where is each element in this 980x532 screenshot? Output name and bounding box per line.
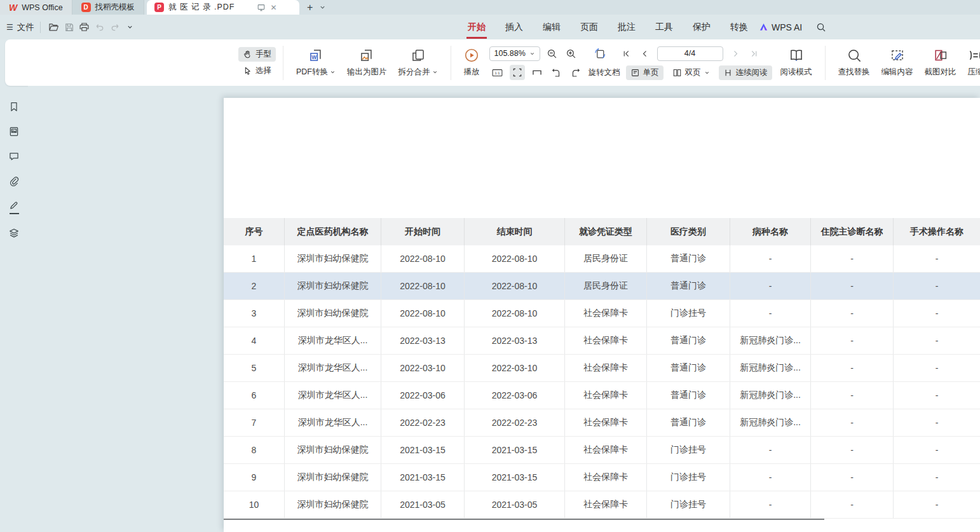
select-tool-label: 选择 — [255, 65, 271, 76]
actual-size-icon[interactable]: 1:1 — [489, 65, 505, 80]
thumbnails-icon[interactable] — [8, 126, 20, 137]
layers-icon[interactable] — [8, 228, 20, 239]
search-icon[interactable] — [816, 22, 826, 32]
tab-list-chevron-icon[interactable] — [319, 4, 326, 11]
last-page-icon[interactable] — [748, 48, 760, 60]
previous-page-icon[interactable] — [639, 48, 651, 60]
menu-item[interactable]: 批注 — [618, 22, 636, 33]
table-cell: 社会保障卡 — [565, 300, 647, 327]
select-tool-button[interactable]: 选择 — [238, 64, 276, 78]
edit-content-button[interactable]: 编辑内容 — [876, 46, 919, 79]
table-cell: 新冠肺炎门诊... — [730, 327, 811, 354]
menu-item[interactable]: 页面 — [580, 22, 598, 33]
wps-logo-icon: W — [9, 3, 17, 13]
close-tab-icon[interactable]: ✕ — [270, 3, 276, 12]
monitor-icon[interactable] — [257, 3, 266, 12]
fit-width-icon[interactable] — [529, 65, 545, 80]
table-cell: 3 — [224, 300, 285, 327]
zoom-out-icon[interactable] — [545, 46, 559, 61]
next-page-icon[interactable] — [730, 48, 742, 60]
find-replace-button[interactable]: 查找替换 — [833, 46, 876, 79]
table-cell: 普通门诊 — [647, 327, 730, 354]
menu-item[interactable]: 插入 — [505, 22, 523, 33]
print-button[interactable] — [77, 20, 92, 35]
table-header-cell: 手术操作名称 — [894, 218, 980, 245]
menu-item[interactable]: 工具 — [655, 22, 673, 33]
table-cell: 深圳市妇幼保健院 — [285, 300, 381, 327]
menu-item[interactable]: 保护 — [693, 22, 711, 33]
table-cell: 居民身份证 — [565, 273, 647, 299]
continuous-read-button[interactable]: 连续阅读 — [719, 65, 772, 80]
rotate-document-icon[interactable] — [592, 45, 608, 62]
rotate-document-button[interactable]: 旋转文档 — [587, 65, 622, 80]
file-menu-button[interactable]: 文件 — [17, 22, 34, 33]
tab-wps-office[interactable]: W WPS Office — [0, 0, 72, 15]
table-header-cell: 住院主诊断名称 — [811, 218, 894, 245]
edit-content-label: 编辑内容 — [881, 67, 913, 78]
menu-item[interactable]: 开始 — [468, 22, 486, 33]
tab-docer-templates[interactable]: D 找稻壳模板 — [72, 0, 145, 15]
table-cell: - — [811, 355, 894, 381]
compress-button[interactable]: 压缩 — [962, 46, 980, 79]
rotate-left-icon[interactable] — [549, 65, 564, 80]
menu-item[interactable]: 转换 — [730, 22, 748, 33]
table-cell: - — [730, 437, 811, 463]
split-merge-label: 拆分合并 — [398, 67, 430, 78]
table-cell: 2022-08-10 — [465, 273, 565, 299]
tab-wps-office-label: WPS Office — [22, 3, 62, 12]
table-cell: 社会保障卡 — [565, 464, 647, 491]
page-number-input[interactable]: 4/4 — [657, 46, 723, 61]
table-cell: - — [894, 382, 980, 409]
rotate-right-icon[interactable] — [568, 65, 583, 80]
menu-item[interactable]: 编辑 — [543, 22, 561, 33]
double-page-button[interactable]: 双页 — [668, 65, 714, 80]
new-tab-button[interactable]: + — [307, 0, 313, 15]
zoom-level-select[interactable]: 105.88% — [489, 46, 540, 61]
export-image-button[interactable]: 输出为图片 — [341, 46, 393, 79]
table-cell: 9 — [224, 464, 285, 491]
attachments-icon[interactable] — [8, 175, 20, 187]
first-page-icon[interactable] — [620, 48, 632, 60]
rotate-document-label: 旋转文档 — [589, 67, 620, 78]
pdf-page[interactable]: 序号定点医药机构名称开始时间结束时间就诊凭证类型医疗类别病种名称住院主诊断名称手… — [224, 98, 980, 532]
page-indicator: 4/4 — [684, 49, 695, 58]
table-cell: 2 — [224, 273, 285, 299]
table-cell: - — [894, 355, 980, 381]
table-cell: 2022-03-10 — [465, 355, 565, 381]
comments-icon[interactable] — [8, 151, 20, 162]
zoom-level-value: 105.88% — [494, 49, 526, 58]
wps-ai-button[interactable]: WPS AI — [759, 22, 802, 32]
redo-button[interactable] — [107, 20, 123, 35]
bookmarks-icon[interactable] — [8, 101, 20, 113]
single-page-button[interactable]: 单页 — [626, 65, 664, 80]
table-header-cell: 结束时间 — [465, 218, 565, 245]
hand-tool-button[interactable]: 手型 — [238, 47, 276, 62]
table-cell: 社会保障卡 — [565, 355, 647, 381]
table-cell: 深圳市妇幼保健院 — [285, 245, 381, 272]
more-commands-chevron-icon[interactable] — [123, 20, 138, 35]
table-header-cell: 序号 — [224, 218, 285, 245]
table-cell: 2021-03-15 — [465, 437, 565, 463]
table-row: 2深圳市妇幼保健院2022-08-102022-08-10居民身份证普通门诊--… — [224, 273, 980, 300]
zoom-in-icon[interactable] — [564, 46, 578, 61]
table-cell: 2021-03-05 — [381, 491, 465, 518]
table-cell: - — [730, 491, 811, 518]
signature-pen-icon[interactable] — [8, 200, 20, 214]
table-cell: 2022-03-10 — [381, 355, 465, 381]
split-merge-button[interactable]: 拆分合并 — [393, 46, 444, 79]
play-button[interactable]: 播放 — [458, 46, 486, 79]
table-cell: - — [811, 245, 894, 272]
open-file-button[interactable] — [46, 20, 62, 35]
undo-button[interactable] — [92, 20, 107, 35]
table-cell: 门诊挂号 — [647, 300, 730, 327]
pdf-convert-button[interactable]: W PDF转换 — [290, 46, 341, 79]
save-button[interactable] — [62, 20, 77, 35]
read-mode-button[interactable]: 阅读模式 — [775, 46, 818, 79]
fit-page-icon[interactable] — [510, 65, 525, 80]
hamburger-icon[interactable]: ☰ — [6, 23, 13, 32]
table-cell: 2022-02-23 — [381, 409, 465, 436]
screenshot-compare-button[interactable]: 截图对比 — [919, 46, 962, 79]
menu-list: 开始插入编辑页面批注工具保护转换 — [468, 15, 748, 39]
tab-document-active[interactable]: P 就 医 记 录 .PDF ✕ — [147, 0, 299, 15]
table-cell: 2022-03-06 — [381, 382, 465, 409]
